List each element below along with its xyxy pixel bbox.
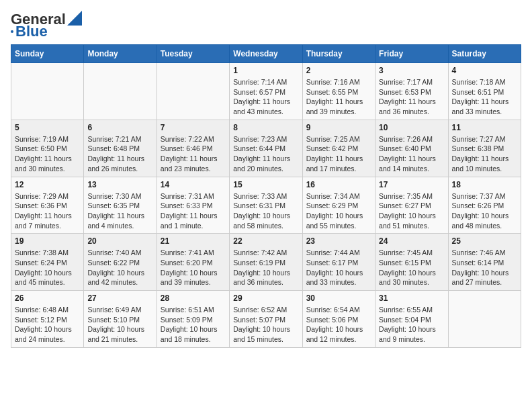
day-info: Sunrise: 6:52 AMSunset: 5:07 PMDaylight:… [233, 305, 298, 345]
calendar-cell: 3Sunrise: 7:17 AMSunset: 6:53 PMDaylight… [375, 63, 448, 120]
calendar-week-1: 1Sunrise: 7:14 AMSunset: 6:57 PMDaylight… [11, 63, 521, 120]
day-number: 18 [452, 180, 517, 189]
day-number: 20 [87, 236, 152, 246]
day-info: Sunrise: 7:44 AMSunset: 6:17 PMDaylight:… [306, 248, 371, 287]
calendar-week-3: 12Sunrise: 7:29 AMSunset: 6:36 PMDayligh… [11, 177, 521, 234]
day-info: Sunrise: 7:26 AMSunset: 6:40 PMDaylight:… [379, 134, 444, 174]
calendar-cell: 6Sunrise: 7:21 AMSunset: 6:48 PMDaylight… [84, 120, 157, 177]
calendar-cell [448, 291, 521, 348]
day-number: 1 [233, 66, 298, 75]
weekday-header-tuesday: Tuesday [157, 45, 229, 63]
weekday-header-friday: Friday [375, 45, 448, 63]
day-info: Sunrise: 7:37 AMSunset: 6:26 PMDaylight:… [452, 191, 517, 231]
calendar-cell: 23Sunrise: 7:44 AMSunset: 6:17 PMDayligh… [302, 234, 375, 291]
calendar-cell [11, 63, 84, 120]
calendar-cell: 28Sunrise: 6:51 AMSunset: 5:09 PMDayligh… [157, 291, 229, 348]
day-number: 12 [15, 180, 80, 189]
day-number: 15 [233, 180, 298, 189]
day-info: Sunrise: 6:55 AMSunset: 5:04 PMDaylight:… [379, 305, 444, 345]
calendar-cell: 7Sunrise: 7:22 AMSunset: 6:46 PMDaylight… [157, 120, 229, 177]
day-info: Sunrise: 7:33 AMSunset: 6:31 PMDaylight:… [233, 191, 298, 231]
weekday-header-sunday: Sunday [11, 45, 84, 63]
day-info: Sunrise: 7:17 AMSunset: 6:53 PMDaylight:… [379, 77, 444, 117]
day-number: 16 [306, 180, 371, 189]
calendar-cell: 19Sunrise: 7:38 AMSunset: 6:24 PMDayligh… [11, 234, 84, 291]
day-number: 27 [87, 293, 152, 303]
calendar-cell: 1Sunrise: 7:14 AMSunset: 6:57 PMDaylight… [230, 63, 302, 120]
calendar-cell: 17Sunrise: 7:35 AMSunset: 6:27 PMDayligh… [375, 177, 448, 234]
day-info: Sunrise: 7:29 AMSunset: 6:36 PMDaylight:… [15, 191, 80, 231]
day-info: Sunrise: 7:21 AMSunset: 6:48 PMDaylight:… [87, 134, 152, 174]
calendar-cell: 24Sunrise: 7:45 AMSunset: 6:15 PMDayligh… [375, 234, 448, 291]
day-number: 10 [379, 123, 444, 132]
day-number: 14 [161, 180, 226, 189]
day-info: Sunrise: 7:35 AMSunset: 6:27 PMDaylight:… [379, 191, 444, 231]
calendar-cell: 15Sunrise: 7:33 AMSunset: 6:31 PMDayligh… [230, 177, 302, 234]
day-number: 3 [379, 66, 444, 75]
day-info: Sunrise: 6:51 AMSunset: 5:09 PMDaylight:… [161, 305, 226, 345]
calendar-cell: 11Sunrise: 7:27 AMSunset: 6:38 PMDayligh… [448, 120, 521, 177]
day-number: 17 [379, 180, 444, 189]
day-info: Sunrise: 7:30 AMSunset: 6:35 PMDaylight:… [87, 191, 152, 231]
calendar-cell [157, 63, 229, 120]
day-number: 8 [233, 123, 298, 132]
calendar-cell: 4Sunrise: 7:18 AMSunset: 6:51 PMDaylight… [448, 63, 521, 120]
day-info: Sunrise: 7:38 AMSunset: 6:24 PMDaylight:… [15, 248, 80, 287]
day-info: Sunrise: 7:22 AMSunset: 6:46 PMDaylight:… [161, 134, 226, 174]
day-number: 29 [233, 293, 298, 303]
calendar-cell: 18Sunrise: 7:37 AMSunset: 6:26 PMDayligh… [448, 177, 521, 234]
weekday-header-saturday: Saturday [448, 45, 521, 63]
calendar-week-2: 5Sunrise: 7:19 AMSunset: 6:50 PMDaylight… [11, 120, 521, 177]
day-number: 31 [379, 293, 444, 303]
day-info: Sunrise: 6:54 AMSunset: 5:06 PMDaylight:… [306, 305, 371, 345]
calendar-cell: 30Sunrise: 6:54 AMSunset: 5:06 PMDayligh… [302, 291, 375, 348]
day-number: 28 [161, 293, 226, 303]
calendar-cell: 5Sunrise: 7:19 AMSunset: 6:50 PMDaylight… [11, 120, 84, 177]
weekday-header-wednesday: Wednesday [230, 45, 302, 63]
day-info: Sunrise: 7:14 AMSunset: 6:57 PMDaylight:… [233, 77, 298, 117]
day-info: Sunrise: 7:27 AMSunset: 6:38 PMDaylight:… [452, 134, 517, 174]
day-number: 9 [306, 123, 371, 132]
day-number: 11 [452, 123, 517, 132]
calendar-cell: 31Sunrise: 6:55 AMSunset: 5:04 PMDayligh… [375, 291, 448, 348]
calendar-cell: 12Sunrise: 7:29 AMSunset: 6:36 PMDayligh… [11, 177, 84, 234]
day-info: Sunrise: 7:16 AMSunset: 6:55 PMDaylight:… [306, 77, 371, 117]
calendar-cell: 20Sunrise: 7:40 AMSunset: 6:22 PMDayligh… [84, 234, 157, 291]
day-number: 25 [452, 236, 517, 246]
day-info: Sunrise: 7:18 AMSunset: 6:51 PMDaylight:… [452, 77, 517, 117]
calendar-cell: 2Sunrise: 7:16 AMSunset: 6:55 PMDaylight… [302, 63, 375, 120]
day-info: Sunrise: 7:23 AMSunset: 6:44 PMDaylight:… [233, 134, 298, 174]
day-info: Sunrise: 7:41 AMSunset: 6:20 PMDaylight:… [161, 248, 226, 287]
calendar-cell: 13Sunrise: 7:30 AMSunset: 6:35 PMDayligh… [84, 177, 157, 234]
day-number: 7 [161, 123, 226, 132]
calendar-cell: 16Sunrise: 7:34 AMSunset: 6:29 PMDayligh… [302, 177, 375, 234]
calendar-cell [84, 63, 157, 120]
day-info: Sunrise: 7:46 AMSunset: 6:14 PMDaylight:… [452, 248, 517, 287]
calendar-cell: 10Sunrise: 7:26 AMSunset: 6:40 PMDayligh… [375, 120, 448, 177]
calendar-cell: 22Sunrise: 7:42 AMSunset: 6:19 PMDayligh… [230, 234, 302, 291]
day-number: 21 [161, 236, 226, 246]
calendar-cell: 29Sunrise: 6:52 AMSunset: 5:07 PMDayligh… [230, 291, 302, 348]
calendar-cell: 26Sunrise: 6:48 AMSunset: 5:12 PMDayligh… [11, 291, 84, 348]
day-number: 2 [306, 66, 371, 75]
day-info: Sunrise: 7:45 AMSunset: 6:15 PMDaylight:… [379, 248, 444, 287]
day-info: Sunrise: 6:49 AMSunset: 5:10 PMDaylight:… [87, 305, 152, 345]
day-number: 24 [379, 236, 444, 246]
weekday-header-thursday: Thursday [302, 45, 375, 63]
calendar-cell: 9Sunrise: 7:25 AMSunset: 6:42 PMDaylight… [302, 120, 375, 177]
weekday-header-monday: Monday [84, 45, 157, 63]
calendar-header-row: SundayMondayTuesdayWednesdayThursdayFrid… [11, 45, 521, 63]
logo-arrow-icon [67, 11, 82, 26]
day-number: 19 [15, 236, 80, 246]
day-info: Sunrise: 7:34 AMSunset: 6:29 PMDaylight:… [306, 191, 371, 231]
day-info: Sunrise: 6:48 AMSunset: 5:12 PMDaylight:… [15, 305, 80, 345]
calendar-cell: 8Sunrise: 7:23 AMSunset: 6:44 PMDaylight… [230, 120, 302, 177]
day-info: Sunrise: 7:19 AMSunset: 6:50 PMDaylight:… [15, 134, 80, 174]
logo: General Blue [11, 11, 82, 39]
day-info: Sunrise: 7:25 AMSunset: 6:42 PMDaylight:… [306, 134, 371, 174]
calendar-cell: 14Sunrise: 7:31 AMSunset: 6:33 PMDayligh… [157, 177, 229, 234]
day-number: 30 [306, 293, 371, 303]
day-number: 22 [233, 236, 298, 246]
calendar-cell: 25Sunrise: 7:46 AMSunset: 6:14 PMDayligh… [448, 234, 521, 291]
calendar-cell: 27Sunrise: 6:49 AMSunset: 5:10 PMDayligh… [84, 291, 157, 348]
